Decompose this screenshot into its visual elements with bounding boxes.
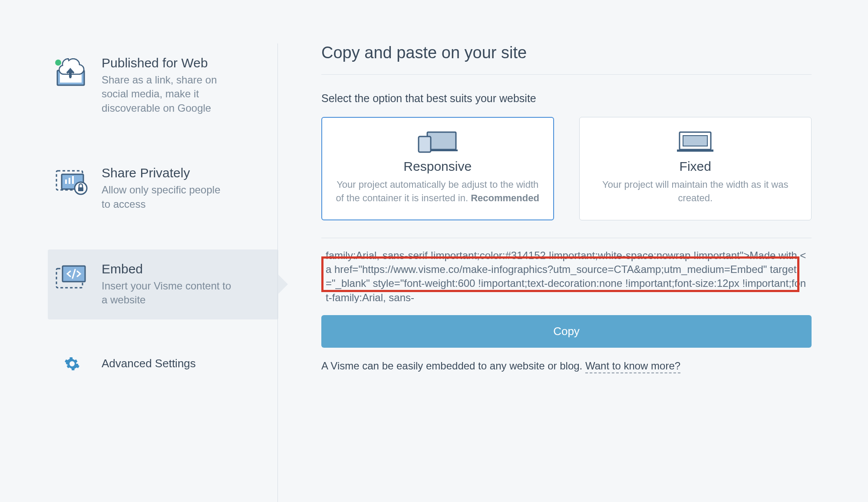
svg-rect-16 bbox=[419, 136, 431, 152]
instruction-text: Select the option that best suits your w… bbox=[321, 92, 812, 105]
svg-rect-9 bbox=[72, 176, 74, 184]
option-title: Fixed bbox=[592, 159, 799, 174]
embed-code-text: family:Arial, sans-serif !important;colo… bbox=[321, 249, 812, 303]
embed-options: Responsive Your project automatically be… bbox=[321, 117, 812, 220]
fixed-icon bbox=[592, 130, 799, 153]
svg-rect-11 bbox=[78, 187, 83, 191]
responsive-icon bbox=[334, 130, 541, 153]
embed-code-icon bbox=[55, 264, 89, 294]
page-title: Copy and paste on your site bbox=[321, 43, 812, 75]
nav-title: Published for Web bbox=[102, 56, 232, 70]
gear-icon bbox=[55, 356, 89, 372]
svg-rect-4 bbox=[69, 71, 72, 77]
svg-rect-8 bbox=[69, 178, 70, 184]
option-fixed[interactable]: Fixed Your project will maintain the wid… bbox=[579, 117, 812, 220]
nav-title: Embed bbox=[102, 262, 232, 276]
option-desc: Your project will maintain the width as … bbox=[592, 178, 799, 205]
main-panel: Copy and paste on your site Select the o… bbox=[278, 43, 868, 502]
svg-rect-18 bbox=[683, 136, 707, 146]
nav-title: Share Privately bbox=[102, 166, 232, 180]
nav-desc: Insert your Visme content to a website bbox=[102, 279, 232, 307]
svg-rect-7 bbox=[65, 180, 67, 184]
nav-share-privately[interactable]: Share Privately Allow only specific peop… bbox=[48, 153, 278, 223]
option-responsive[interactable]: Responsive Your project automatically be… bbox=[321, 117, 554, 220]
embed-code-area[interactable]: family:Arial, sans-serif !important;colo… bbox=[321, 238, 812, 303]
advanced-settings-label: Advanced Settings bbox=[102, 357, 196, 370]
lock-screen-icon bbox=[55, 168, 89, 198]
nav-desc: Share as a link, share on social media, … bbox=[102, 73, 232, 115]
option-title: Responsive bbox=[334, 159, 541, 174]
nav-desc: Allow only specific people to access bbox=[102, 183, 232, 211]
copy-button[interactable]: Copy bbox=[321, 315, 812, 348]
option-desc: Your project automatically be adjust to … bbox=[334, 178, 541, 205]
learn-more-link[interactable]: Want to know more? bbox=[585, 360, 680, 373]
sidebar: Published for Web Share as a link, share… bbox=[0, 43, 278, 502]
cloud-upload-icon bbox=[55, 58, 89, 88]
svg-rect-19 bbox=[677, 150, 713, 152]
nav-published-for-web[interactable]: Published for Web Share as a link, share… bbox=[48, 43, 278, 127]
svg-rect-14 bbox=[427, 132, 456, 150]
footer-text: A Visme can be easily embedded to any we… bbox=[321, 360, 812, 372]
svg-point-2 bbox=[55, 60, 61, 66]
nav-embed[interactable]: Embed Insert your Visme content to a web… bbox=[48, 249, 278, 319]
nav-advanced-settings[interactable]: Advanced Settings bbox=[48, 346, 278, 383]
